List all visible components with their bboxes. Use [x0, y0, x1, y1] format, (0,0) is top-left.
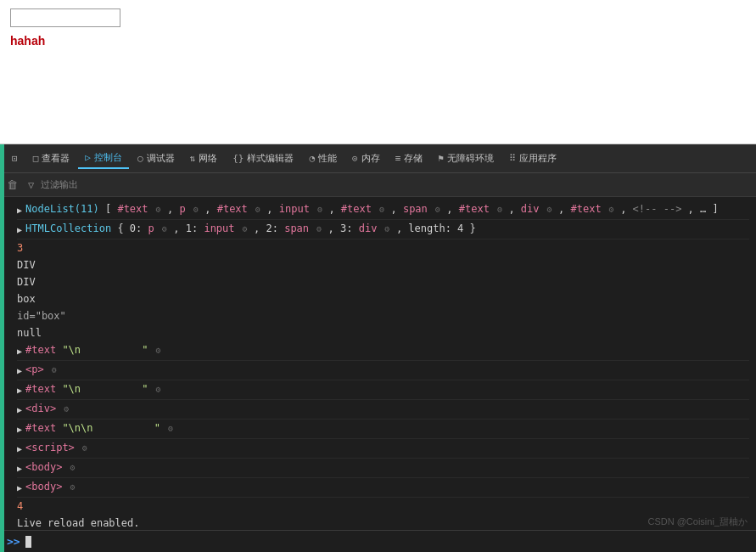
text3-content: #text "\n\n " ⚙ — [25, 420, 173, 437]
console-line-body2: <body> ⚙ — [17, 478, 749, 498]
style-label: 样式编辑器 — [247, 152, 294, 165]
console-icon: ▷ — [85, 152, 91, 163]
performance-label: 性能 — [318, 152, 337, 165]
toolbar-memory[interactable]: ⊙ 内存 — [345, 149, 387, 168]
console-input-bar: >> — [0, 530, 756, 552]
network-icon: ⇅ — [190, 153, 196, 164]
debugger-icon: ○ — [137, 153, 143, 164]
console-line-htmlcollection: HTMLCollection { 0: p ⚙ , 1: input ⚙ , 2… — [17, 220, 749, 239]
preview-area: hahah — [0, 0, 756, 144]
network-label: 网络 — [199, 152, 217, 165]
htmlcollection-content: HTMLCollection { 0: p ⚙ , 1: input ⚙ , 2… — [25, 221, 476, 237]
console-line-livereload: Live reload enabled. — [17, 515, 749, 530]
console-label: 控制台 — [94, 151, 122, 164]
toolbar-style[interactable]: {} 样式编辑器 — [226, 149, 300, 168]
elements-icon: □ — [33, 153, 39, 164]
devtools-toolbar: ⊡ □ 查看器 ▷ 控制台 ○ 调试器 ⇅ 网络 {} 样式编辑器 — [0, 144, 756, 173]
expand-arrow-9[interactable] — [17, 461, 22, 476]
console-line-3: 3 — [17, 239, 749, 256]
console-line-nodelist: NodeList(11) [ #text ⚙ , p ⚙ , #text ⚙ ,… — [17, 200, 749, 220]
console-line-div2: DIV — [17, 273, 749, 290]
accessibility-label: 无障碍环境 — [447, 152, 494, 165]
expand-arrow-7[interactable] — [17, 422, 22, 437]
toolbar-network[interactable]: ⇅ 网络 — [183, 149, 225, 168]
filter-text: 过滤输出 — [41, 178, 78, 191]
console-line-body1: <body> ⚙ — [17, 459, 749, 478]
debugger-label: 调试器 — [147, 152, 175, 165]
toolbar-apps[interactable]: ⠿ 应用程序 — [502, 149, 563, 168]
trash-icon[interactable]: 🗑 — [7, 178, 18, 191]
devtools-panel: ⊡ □ 查看器 ▷ 控制台 ○ 调试器 ⇅ 网络 {} 样式编辑器 — [0, 144, 756, 552]
storage-icon: ≡ — [395, 153, 401, 164]
watermark: CSDN @Coisini_甜柚か — [647, 515, 748, 528]
console-line-div1: DIV — [17, 256, 749, 273]
script-content: <script> ⚙ — [25, 440, 87, 456]
expand-arrow-3[interactable] — [17, 344, 22, 359]
text2-content: #text "\n " ⚙ — [25, 381, 161, 397]
toolbar-performance[interactable]: ◔ 性能 — [302, 149, 344, 168]
preview-text: hahah — [10, 34, 746, 48]
console-cursor — [25, 536, 31, 548]
console-line-p: <p> ⚙ — [17, 361, 749, 380]
storage-label: 存储 — [404, 152, 423, 165]
console-line-script: <script> ⚙ — [17, 439, 749, 459]
filter-icon: ▽ — [28, 179, 34, 191]
console-line-idbox: id="box" — [17, 307, 749, 324]
style-icon: {} — [232, 153, 244, 164]
expand-arrow[interactable] — [17, 203, 22, 218]
expand-arrow-10[interactable] — [17, 481, 22, 496]
expand-arrow-8[interactable] — [17, 442, 22, 457]
toolbar-debugger[interactable]: ○ 调试器 — [131, 149, 182, 168]
memory-label: 内存 — [361, 152, 380, 165]
inspect-icon: ⊡ — [12, 153, 18, 164]
apps-label: 应用程序 — [519, 152, 557, 165]
toolbar-accessibility[interactable]: ⚑ 无障碍环境 — [431, 149, 501, 168]
console-line-text1: #text "\n " ⚙ — [17, 341, 749, 361]
toolbar-storage[interactable]: ≡ 存储 — [389, 149, 430, 168]
console-line-4: 4 — [17, 498, 749, 515]
expand-arrow-4[interactable] — [17, 363, 22, 379]
body1-content: <body> ⚙ — [25, 459, 76, 476]
console-line-null: null — [17, 324, 749, 341]
elements-label: 查看器 — [42, 152, 70, 165]
toolbar-inspect[interactable]: ⊡ — [5, 149, 25, 167]
preview-input[interactable] — [10, 8, 120, 27]
div-content: <div> ⚙ — [25, 401, 69, 417]
console-prompt-icon: >> — [7, 535, 20, 548]
accessibility-icon: ⚑ — [438, 153, 444, 164]
memory-icon: ⊙ — [352, 153, 358, 164]
text1-content: #text "\n " ⚙ — [25, 342, 161, 358]
console-line-text2: #text "\n " ⚙ — [17, 380, 749, 400]
console-line-div: <div> ⚙ — [17, 400, 749, 420]
p-content: <p> ⚙ — [25, 362, 57, 378]
expand-arrow-5[interactable] — [17, 383, 22, 398]
expand-arrow-6[interactable] — [17, 403, 22, 418]
nodelist-content: NodeList(11) [ #text ⚙ , p ⚙ , #text ⚙ ,… — [25, 201, 719, 217]
toolbar-console[interactable]: ▷ 控制台 — [78, 148, 129, 169]
console-line-box: box — [17, 290, 749, 307]
body2-content: <body> ⚙ — [25, 479, 76, 495]
console-output[interactable]: NodeList(11) [ #text ⚙ , p ⚙ , #text ⚙ ,… — [0, 197, 756, 530]
console-line-text3: #text "\n\n " ⚙ — [17, 420, 749, 439]
toolbar-elements[interactable]: □ 查看器 — [26, 149, 77, 168]
performance-icon: ◔ — [309, 153, 315, 164]
apps-icon: ⠿ — [509, 153, 516, 164]
expand-arrow-2[interactable] — [17, 222, 22, 238]
filter-bar: 🗑 ▽ 过滤输出 — [0, 173, 756, 197]
